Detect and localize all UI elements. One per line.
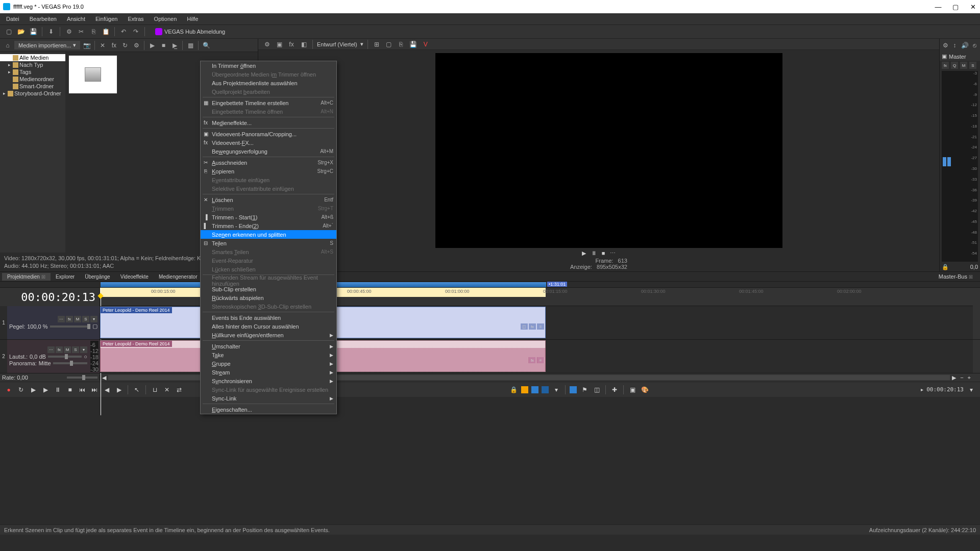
redo-icon[interactable]: ↷ — [131, 27, 140, 36]
tree-item[interactable]: ▸Tags — [0, 68, 65, 76]
ctx-eingebettete-timeline-erstelle[interactable]: ▦Eingebettete Timeline erstellenAlt+C — [201, 98, 336, 107]
close-button[interactable]: ✕ — [969, 3, 977, 11]
tree-item[interactable]: Alle Medien — [0, 54, 65, 61]
master-vol-icon[interactable]: 🔊 — [961, 41, 969, 50]
hub-button[interactable]: VEGAS Hub Abmeldung — [155, 28, 225, 35]
track-more-icon[interactable]: ⋯ — [58, 316, 65, 322]
ctx-trimmen-ende-2-[interactable]: ▌Trimmen - Ende(2)Alt+´ — [201, 221, 336, 230]
level-slider[interactable] — [50, 325, 90, 328]
zoom-in-icon[interactable]: + — [966, 374, 973, 381]
menu-optionen[interactable]: Optionen — [150, 15, 181, 23]
rate-slider[interactable] — [67, 377, 97, 379]
ext-icon[interactable]: ▣ — [628, 385, 637, 394]
save-icon[interactable]: 💾 — [29, 27, 38, 36]
color-blue[interactable] — [531, 386, 538, 393]
play-icon[interactable]: ▶ — [148, 41, 157, 50]
ctx-alles-hinter-dem-cursor-ausw-h[interactable]: Alles hinter dem Cursor auswählen — [201, 322, 336, 331]
paste-icon[interactable]: 📋 — [101, 27, 110, 36]
phase-icon[interactable]: ○ — [84, 354, 87, 360]
preview-settings-icon[interactable]: ⚙ — [262, 40, 272, 49]
track-min-icon[interactable]: ▾ — [90, 316, 97, 322]
add-track-icon[interactable]: ✚ — [610, 385, 619, 394]
tab-master-bus[interactable]: Master-Bus☒ — [934, 272, 978, 281]
autocross-icon[interactable]: ✕ — [162, 385, 172, 394]
media-thumb[interactable] — [68, 55, 117, 94]
ctx-szenen-erkennen-und-splitten[interactable]: Szenen erkennen und splitten — [201, 230, 336, 239]
menu-extras[interactable]: Extras — [124, 15, 148, 23]
scroll-right-icon[interactable]: ▶ — [950, 374, 958, 381]
ctx-l-schen[interactable]: ✕LöschenEntf — [201, 195, 336, 204]
scroll-left-icon[interactable]: ◀ — [100, 374, 108, 381]
open-icon[interactable]: 📂 — [16, 27, 26, 36]
stop-icon[interactable]: ■ — [159, 41, 168, 50]
ctx-sub-clip-erstellen[interactable]: Sub-Clip erstellen — [201, 285, 336, 293]
tree-item[interactable]: Medienordner — [0, 76, 65, 83]
ctx-kopieren[interactable]: ⎘KopierenStrg+C — [201, 167, 336, 176]
preview-stop-icon[interactable]: ■ — [602, 250, 605, 257]
ctx-teilen[interactable]: ⊟TeilenS — [201, 239, 336, 247]
preview-fx-icon[interactable]: fx — [287, 40, 296, 49]
tree-item[interactable]: ▸Nach Typ — [0, 61, 65, 68]
tree-item[interactable]: Smart-Ordner — [0, 83, 65, 90]
master-S-button[interactable]: S — [969, 62, 976, 69]
menu-ansicht[interactable]: Ansicht — [63, 15, 89, 23]
stop-button[interactable]: ■ — [65, 385, 75, 394]
preview-play-icon[interactable]: ▶ — [582, 250, 586, 257]
next-frame-button[interactable]: ▶ — [114, 385, 124, 394]
preview-pause-icon[interactable]: ⏸ — [591, 250, 597, 257]
cut-icon[interactable]: ✂ — [77, 27, 86, 36]
master-M-button[interactable]: M — [960, 62, 967, 69]
ctx-sync-link[interactable]: Sync-Link▶ — [201, 394, 336, 403]
clip-more-icon[interactable]: ≡ — [537, 323, 544, 330]
ctx-videoevent-panorama-cropping-[interactable]: ▣Videoevent-Panorama/Cropping... — [201, 130, 336, 138]
tab-übergänge[interactable]: Übergänge — [80, 273, 115, 281]
ctx-bewegungsverfolgung[interactable]: BewegungsverfolgungAlt+M — [201, 147, 336, 156]
track-fx-icon[interactable]: fx — [56, 346, 63, 353]
master-fx-button[interactable]: fx — [942, 62, 949, 69]
preview-split-icon[interactable]: ◧ — [299, 40, 308, 49]
lock-icon[interactable]: 🔒 — [509, 385, 518, 394]
clip-crop-icon[interactable]: ◫ — [521, 323, 528, 330]
menu-bearbeiten[interactable]: Bearbeiten — [26, 15, 61, 23]
remove-icon[interactable]: ✕ — [98, 41, 107, 50]
ctx-r-ckw-rts-abspielen[interactable]: Rückwärts abspielen — [201, 293, 336, 302]
capture-icon[interactable]: 📷 — [82, 41, 91, 50]
ctx-eigenschaften-[interactable]: Eigenschaften... — [201, 405, 336, 414]
play-start-button[interactable]: ▶ — [29, 385, 38, 394]
ctx-take[interactable]: Take▶ — [201, 350, 336, 359]
preview-more-icon[interactable]: ⋯ — [610, 250, 616, 257]
edit-tool-icon[interactable]: ↖ — [132, 385, 141, 394]
undo-icon[interactable]: ↶ — [119, 27, 128, 36]
menu-datei[interactable]: Datei — [2, 15, 23, 23]
play-button[interactable]: ▶ — [41, 385, 50, 394]
marker-blue[interactable] — [570, 386, 577, 393]
home-icon[interactable]: ⌂ — [3, 41, 12, 50]
tab-mediengenerator[interactable]: Mediengenerator — [154, 273, 203, 281]
color-darkblue[interactable] — [542, 386, 549, 393]
ctx-h-llkurve-einf-gen-entfernen[interactable]: Hüllkurve einfügen/entfernen▶ — [201, 331, 336, 339]
go-start-button[interactable]: ⏮ — [78, 385, 87, 394]
copy-frame-icon[interactable]: ⎘ — [397, 40, 406, 49]
ctx-aus-projektmedienliste-ausw-hl[interactable]: Aus Projektmedienliste auswählen — [201, 79, 336, 87]
vol-slider[interactable] — [48, 356, 82, 358]
view-icon[interactable]: ▦ — [186, 41, 195, 50]
refresh-icon[interactable]: ↻ — [120, 41, 130, 50]
tl-scroll-v[interactable] — [973, 288, 980, 306]
track-solo-button[interactable]: S — [72, 346, 79, 353]
properties-icon[interactable]: ⚙ — [64, 27, 74, 36]
props-icon[interactable]: ⚙ — [132, 41, 141, 50]
track-fx-icon[interactable]: fx — [66, 316, 73, 322]
track-more-icon[interactable]: ⋯ — [47, 346, 55, 353]
frame-icon[interactable]: ▢ — [92, 323, 97, 330]
ctx-ausschneiden[interactable]: ✂AusschneidenStrg+X — [201, 158, 336, 167]
grid-icon[interactable]: ⊞ — [372, 40, 381, 49]
master-gear-icon[interactable]: ⚙ — [943, 41, 948, 50]
import-media-button[interactable]: Medien importieren... ▾ — [14, 41, 80, 49]
clip-more-icon[interactable]: ≡ — [537, 357, 544, 363]
track-min-icon[interactable]: ▾ — [80, 346, 87, 353]
ctx-gruppe[interactable]: Gruppe▶ — [201, 359, 336, 368]
zoom-out-icon[interactable]: − — [958, 374, 965, 381]
new-icon[interactable]: ▢ — [4, 27, 13, 36]
snap-icon[interactable]: ⊔ — [150, 385, 159, 394]
go-end-button[interactable]: ⏭ — [90, 385, 99, 394]
